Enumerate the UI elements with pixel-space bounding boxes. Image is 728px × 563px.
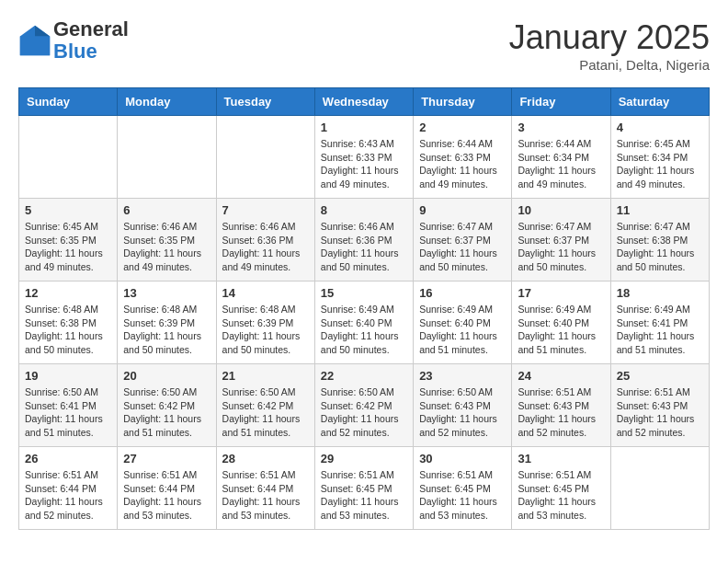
location-subtitle: Patani, Delta, Nigeria [509,57,710,73]
day-number: 8 [321,203,407,217]
weekday-header-wednesday: Wednesday [314,88,413,116]
calendar-day: 1Sunrise: 6:43 AM Sunset: 6:33 PM Daylig… [314,116,413,199]
day-number: 7 [222,203,309,217]
calendar-day: 9Sunrise: 6:47 AM Sunset: 6:37 PM Daylig… [414,199,512,282]
day-info: Sunrise: 6:50 AM Sunset: 6:41 PM Dayligh… [25,385,111,440]
day-number: 24 [518,369,604,383]
day-number: 3 [518,121,604,134]
day-number: 31 [518,452,604,465]
day-number: 12 [25,286,111,300]
day-number: 27 [123,452,210,465]
calendar-day [118,116,216,199]
day-info: Sunrise: 6:51 AM Sunset: 6:45 PM Dayligh… [419,468,506,523]
day-info: Sunrise: 6:47 AM Sunset: 6:37 PM Dayligh… [419,220,506,274]
calendar-day: 28Sunrise: 6:51 AM Sunset: 6:44 PM Dayli… [216,447,314,530]
calendar-day: 25Sunrise: 6:51 AM Sunset: 6:43 PM Dayli… [610,364,709,447]
calendar-day: 2Sunrise: 6:44 AM Sunset: 6:33 PM Daylig… [414,116,512,199]
calendar-day: 30Sunrise: 6:51 AM Sunset: 6:45 PM Dayli… [414,447,512,530]
day-info: Sunrise: 6:48 AM Sunset: 6:39 PM Dayligh… [123,303,210,357]
calendar-day: 26Sunrise: 6:51 AM Sunset: 6:44 PM Dayli… [19,447,118,530]
day-info: Sunrise: 6:49 AM Sunset: 6:40 PM Dayligh… [518,303,604,357]
calendar-day: 5Sunrise: 6:45 AM Sunset: 6:35 PM Daylig… [19,199,118,282]
day-number: 17 [518,286,604,300]
day-info: Sunrise: 6:45 AM Sunset: 6:34 PM Dayligh… [617,137,703,191]
day-info: Sunrise: 6:43 AM Sunset: 6:33 PM Dayligh… [321,137,407,191]
calendar-day: 14Sunrise: 6:48 AM Sunset: 6:39 PM Dayli… [216,282,314,364]
calendar-day [610,447,709,530]
calendar-day: 11Sunrise: 6:47 AM Sunset: 6:38 PM Dayli… [610,199,709,282]
month-title: January 2025 [509,18,710,57]
page-header: General Blue January 2025 Patani, Delta,… [18,18,710,73]
day-info: Sunrise: 6:50 AM Sunset: 6:42 PM Dayligh… [123,385,210,440]
day-number: 13 [123,286,210,300]
calendar-week-5: 26Sunrise: 6:51 AM Sunset: 6:44 PM Dayli… [19,447,710,530]
svg-rect-2 [20,37,50,56]
title-area: January 2025 Patani, Delta, Nigeria [509,18,710,73]
day-info: Sunrise: 6:44 AM Sunset: 6:33 PM Dayligh… [419,137,506,191]
day-number: 18 [617,286,703,300]
calendar-day: 31Sunrise: 6:51 AM Sunset: 6:45 PM Dayli… [512,447,610,530]
day-info: Sunrise: 6:46 AM Sunset: 6:35 PM Dayligh… [123,220,210,274]
calendar-day: 22Sunrise: 6:50 AM Sunset: 6:42 PM Dayli… [314,364,413,447]
day-info: Sunrise: 6:51 AM Sunset: 6:45 PM Dayligh… [518,468,604,523]
calendar-day: 19Sunrise: 6:50 AM Sunset: 6:41 PM Dayli… [19,364,118,447]
day-info: Sunrise: 6:51 AM Sunset: 6:43 PM Dayligh… [617,385,703,440]
day-info: Sunrise: 6:47 AM Sunset: 6:38 PM Dayligh… [617,220,703,274]
calendar-day: 3Sunrise: 6:44 AM Sunset: 6:34 PM Daylig… [512,116,610,199]
calendar-table: SundayMondayTuesdayWednesdayThursdayFrid… [18,87,710,530]
day-number: 4 [617,121,703,134]
day-number: 23 [419,369,506,383]
day-info: Sunrise: 6:50 AM Sunset: 6:42 PM Dayligh… [222,385,309,440]
logo-text: General Blue [53,18,129,63]
day-number: 9 [419,203,506,217]
day-info: Sunrise: 6:49 AM Sunset: 6:41 PM Dayligh… [617,303,703,357]
calendar-day [19,116,118,199]
day-number: 2 [419,121,506,134]
day-number: 5 [25,203,111,217]
day-info: Sunrise: 6:51 AM Sunset: 6:43 PM Dayligh… [518,385,604,440]
calendar-week-1: 1Sunrise: 6:43 AM Sunset: 6:33 PM Daylig… [19,116,710,199]
calendar-week-2: 5Sunrise: 6:45 AM Sunset: 6:35 PM Daylig… [19,199,710,282]
day-info: Sunrise: 6:50 AM Sunset: 6:43 PM Dayligh… [419,385,506,440]
day-number: 22 [321,369,407,383]
logo-icon [18,24,51,57]
day-info: Sunrise: 6:51 AM Sunset: 6:45 PM Dayligh… [321,468,407,523]
day-number: 25 [617,369,703,383]
day-number: 30 [419,452,506,465]
day-number: 10 [518,203,604,217]
calendar-day: 7Sunrise: 6:46 AM Sunset: 6:36 PM Daylig… [216,199,314,282]
day-number: 21 [222,369,309,383]
weekday-header-saturday: Saturday [610,88,709,116]
calendar-day: 13Sunrise: 6:48 AM Sunset: 6:39 PM Dayli… [118,282,216,364]
calendar-day: 18Sunrise: 6:49 AM Sunset: 6:41 PM Dayli… [610,282,709,364]
day-number: 11 [617,203,703,217]
weekday-header-monday: Monday [118,88,216,116]
day-number: 6 [123,203,210,217]
calendar-day: 21Sunrise: 6:50 AM Sunset: 6:42 PM Dayli… [216,364,314,447]
weekday-header-row: SundayMondayTuesdayWednesdayThursdayFrid… [19,88,710,116]
calendar-day [216,116,314,199]
day-info: Sunrise: 6:45 AM Sunset: 6:35 PM Dayligh… [25,220,111,274]
calendar-day: 15Sunrise: 6:49 AM Sunset: 6:40 PM Dayli… [314,282,413,364]
day-info: Sunrise: 6:47 AM Sunset: 6:37 PM Dayligh… [518,220,604,274]
calendar-week-4: 19Sunrise: 6:50 AM Sunset: 6:41 PM Dayli… [19,364,710,447]
logo: General Blue [18,18,129,63]
calendar-day: 17Sunrise: 6:49 AM Sunset: 6:40 PM Dayli… [512,282,610,364]
calendar-day: 4Sunrise: 6:45 AM Sunset: 6:34 PM Daylig… [610,116,709,199]
day-number: 29 [321,452,407,465]
weekday-header-friday: Friday [512,88,610,116]
day-number: 26 [25,452,111,465]
calendar-day: 12Sunrise: 6:48 AM Sunset: 6:38 PM Dayli… [19,282,118,364]
calendar-day: 27Sunrise: 6:51 AM Sunset: 6:44 PM Dayli… [118,447,216,530]
day-info: Sunrise: 6:48 AM Sunset: 6:38 PM Dayligh… [25,303,111,357]
weekday-header-thursday: Thursday [414,88,512,116]
calendar-day: 29Sunrise: 6:51 AM Sunset: 6:45 PM Dayli… [314,447,413,530]
calendar-day: 16Sunrise: 6:49 AM Sunset: 6:40 PM Dayli… [414,282,512,364]
day-number: 15 [321,286,407,300]
day-number: 28 [222,452,309,465]
day-number: 19 [25,369,111,383]
calendar-day: 20Sunrise: 6:50 AM Sunset: 6:42 PM Dayli… [118,364,216,447]
day-number: 20 [123,369,210,383]
calendar-day: 23Sunrise: 6:50 AM Sunset: 6:43 PM Dayli… [414,364,512,447]
day-info: Sunrise: 6:49 AM Sunset: 6:40 PM Dayligh… [321,303,407,357]
